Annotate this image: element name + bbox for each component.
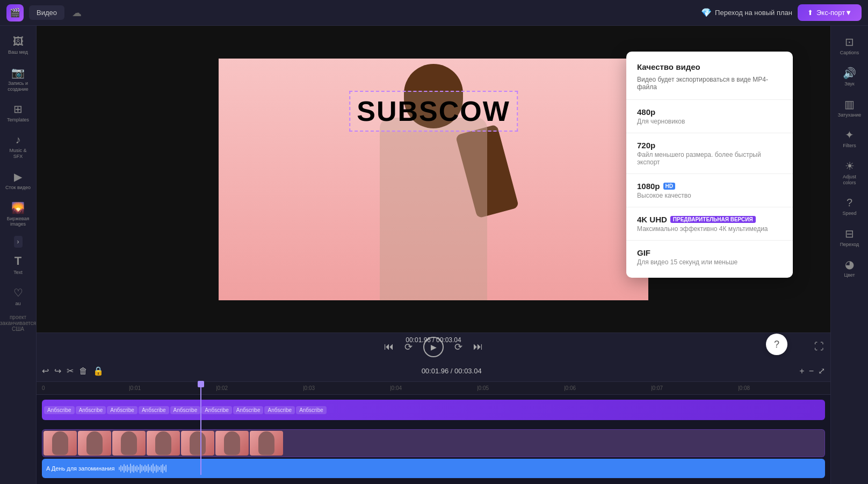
ruler-mark-4: |0:04 [390,385,477,391]
sidebar-item-sound[interactable]: 🔊 Звук [834,62,866,91]
sidebar-item-stock-video[interactable]: ▶ Сток видео [2,166,34,195]
quality-option-480p[interactable]: 480p Для черновиков [626,102,793,131]
quality-option-4k[interactable]: 4K UHD ПРЕДВАРИТЕЛЬНАЯ ВЕРСИЯ Максимальн… [626,210,793,238]
help-button[interactable]: ? [766,334,787,355]
export-button[interactable]: ⬆ Экс-порт▼ [798,4,862,21]
text-segment-4: Anбscribe [139,406,169,414]
ruler-mark-0: 0 [42,385,129,391]
upgrade-button[interactable]: 💎 Переход на новый план [701,8,792,18]
wave-22 [153,464,154,473]
quality-divider-2 [626,133,793,133]
wave-16 [143,466,144,471]
wave-5 [125,466,126,471]
zoom-out-button[interactable]: − [809,366,814,376]
video-track[interactable] [42,429,825,457]
lock-button[interactable]: 🔒 [93,366,104,376]
quality-divider-4 [626,207,793,207]
wave-25 [157,466,158,472]
playhead [200,382,201,475]
filters-icon: ✦ [845,128,854,141]
text-track-row: Anбscribe Anбscribe Anбscribe Anбscribe … [42,400,825,428]
sidebar-item-filters[interactable]: ✦ Filters [834,124,866,153]
sidebar-item-media[interactable]: 🖼 Ваш мед [2,31,34,60]
sidebar-label-record: Запись и создание [5,81,31,92]
wave-21 [151,465,152,472]
right-sidebar: ⊡ Captions 🔊 Звук ▥ Затухание ✦ Filters … [830,26,868,484]
wave-24 [156,465,157,473]
cut-button[interactable]: ✂ [67,366,74,376]
video-track-row [42,429,825,457]
video-thumb-7 [250,431,283,456]
sidebar-item-text[interactable]: T Text [2,250,34,280]
sidebar-label-captions: Captions [840,50,859,56]
ruler-mark-2: |0:02 [216,385,303,391]
quality-1080p-label: 1080p HD [637,182,782,191]
wave-13 [138,467,139,470]
sidebar-item-speed[interactable]: ? Speed [834,192,866,221]
audio-track[interactable]: A День для запоминания [42,459,825,478]
sidebar-item-fade[interactable]: ▥ Затухание [834,93,866,122]
sidebar-label-templates: Templates [7,117,29,123]
sidebar-item-transition[interactable]: ⊟ Переход [834,223,866,252]
sidebar-label-stock-images: Биржевая images [5,216,31,228]
video-thumb-5 [181,431,214,456]
text-overlay[interactable]: SUBSCOW [349,91,518,132]
templates-icon: ⊞ [13,103,23,115]
adjust-icon: ☀ [845,160,855,172]
sidebar-label-transition: Переход [840,242,859,248]
sidebar-item-captions[interactable]: ⊡ Captions [834,31,866,60]
quality-option-gif[interactable]: GIF Для видео 15 секунд или меньше [626,243,793,271]
sidebar-item-brand[interactable]: ♡ au [2,282,34,311]
sidebar-label-adjust: Adjust colors [837,174,863,186]
sidebar-item-stock-images[interactable]: 🌄 Биржевая images [2,197,34,232]
sidebar-item-record[interactable]: 📷 Запись и создание [2,62,34,97]
wave-11 [135,466,136,471]
transition-icon: ⊟ [845,227,854,240]
stock-video-icon: ▶ [14,170,22,183]
video-tab-button[interactable]: Видео [29,5,64,20]
quality-divider-5 [626,240,793,241]
sidebar-item-adjust[interactable]: ☀ Adjust colors [834,155,866,190]
ruler-mark-7: |0:07 [651,385,738,391]
playhead-handle[interactable] [198,381,204,387]
add-track-button[interactable]: + [799,366,804,376]
stock-images-icon: 🌄 [11,201,25,214]
quality-1080p-desc: Высокое качество [637,192,782,199]
sidebar-label-media: Ваш мед [8,49,28,55]
brand-heart-icon: ♡ [13,286,23,299]
expand-timeline-button[interactable]: ⤢ [818,366,825,376]
video-thumb-6 [215,431,249,456]
sidebar-label-text: Text [13,270,23,276]
ruler-mark-5: |0:05 [477,385,564,391]
color-icon: ◕ [845,258,854,271]
audio-track-row: A День для запоминания [42,459,825,482]
camera-icon: 📷 [11,66,25,79]
quality-option-1080p[interactable]: 1080p HD Высокое качество [626,176,793,205]
wave-7 [128,467,129,471]
wave-26 [159,467,160,470]
video-preview: SUBSCOW Качество видео Видео будет экспо… [37,26,830,333]
sidebar-label-sound: Звук [844,81,854,87]
person-body [380,118,487,300]
undo-button[interactable]: ↩ [42,366,49,376]
wave-14 [140,464,141,473]
quality-option-720p[interactable]: 720p Файл меньшего размера. более быстры… [626,135,793,171]
wave-17 [144,465,146,472]
wave-8 [130,464,131,473]
timeline-time: 00:01.96 / 00:03.04 [109,367,794,375]
quality-divider-1 [626,99,793,100]
sidebar-item-templates[interactable]: ⊞ Templates [2,98,34,127]
sidebar-item-music[interactable]: ♪ Music & SFX [2,129,34,164]
sidebar-label-color: Цвет [844,272,855,278]
skip-back-button[interactable]: ⏮ [384,341,394,352]
wave-4 [124,464,125,473]
sidebar-expand-button[interactable]: › [14,236,23,248]
sidebar-item-color[interactable]: ◕ Цвет [834,254,866,283]
cloud-icon: ☁ [72,7,82,19]
fullscreen-button[interactable]: ⛶ [814,341,824,352]
redo-button[interactable]: ↪ [54,366,61,376]
ruler-mark-6: |0:06 [564,385,651,391]
delete-button[interactable]: 🗑 [79,366,88,376]
text-track[interactable]: Anбscribe Anбscribe Anбscribe Anбscribe … [42,400,825,420]
skip-forward-button[interactable]: ⏭ [473,341,483,352]
